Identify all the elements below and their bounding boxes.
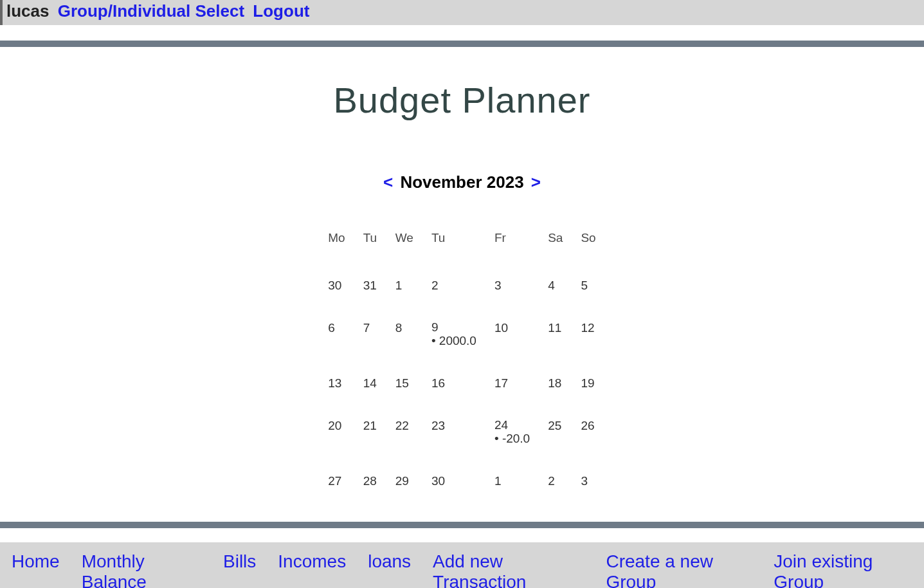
calendar-day[interactable]: 14 [354,362,386,405]
prev-month-arrow[interactable]: < [381,172,395,192]
calendar-day[interactable]: 6 [319,307,354,362]
calendar-day[interactable]: 28 [354,460,386,502]
weekday-header: Tu [422,225,485,264]
calendar-day[interactable]: 7 [354,307,386,362]
top-bar: lucas Group/Individual Select Logout [0,0,924,25]
next-month-arrow[interactable]: > [529,172,543,192]
calendar-day[interactable]: 12 [572,307,604,362]
calendar-day[interactable]: 18 [539,362,572,405]
calendar-day[interactable]: 92000.0 [422,307,485,362]
nav-home[interactable]: Home [12,551,60,572]
calendar-day[interactable]: 5 [572,264,604,307]
calendar-day[interactable]: 10 [485,307,539,362]
weekday-header: Tu [354,225,386,264]
day-number: 24 [494,419,530,432]
calendar-day[interactable]: 4 [539,264,572,307]
nav-loans[interactable]: loans [368,551,411,572]
calendar-day[interactable]: 23 [422,405,485,460]
month-label: November 2023 [400,172,523,192]
nav-add-transaction[interactable]: Add new Transaction [433,551,584,588]
calendar-day[interactable]: 3 [572,460,604,502]
calendar-day[interactable]: 15 [386,362,422,405]
weekday-header: So [572,225,604,264]
weekday-header: Sa [539,225,572,264]
username-label: lucas [6,1,50,21]
calendar-day[interactable]: 30 [319,264,354,307]
calendar-grid: Mo Tu We Tu Fr Sa So 30311234567892000.0… [319,225,604,502]
day-amount: -20.0 [494,432,530,445]
divider-top [0,41,924,47]
nav-create-group[interactable]: Create a new Group [606,551,752,588]
calendar-day[interactable]: 3 [485,264,539,307]
calendar-day[interactable]: 1 [386,264,422,307]
group-select-link[interactable]: Group/Individual Select [58,1,244,21]
page-title: Budget Planner [0,79,924,121]
calendar-day[interactable]: 27 [319,460,354,502]
weekday-header: Fr [485,225,539,264]
calendar-day[interactable]: 19 [572,362,604,405]
day-number: 9 [431,321,476,335]
calendar-day[interactable]: 2 [539,460,572,502]
calendar-day[interactable]: 13 [319,362,354,405]
calendar-day[interactable]: 29 [386,460,422,502]
logout-link[interactable]: Logout [253,1,309,21]
calendar-day[interactable]: 30 [422,460,485,502]
nav-join-group[interactable]: Join existing Group [774,551,912,588]
calendar-day[interactable]: 1 [485,460,539,502]
calendar-day[interactable]: 24-20.0 [485,405,539,460]
nav-bills[interactable]: Bills [223,551,256,572]
calendar-day[interactable]: 2 [422,264,485,307]
weekday-header: Mo [319,225,354,264]
footer-nav: Home Monthly Balance Bills Incomes loans… [0,542,924,588]
calendar-day[interactable]: 17 [485,362,539,405]
day-amount: 2000.0 [431,334,476,347]
nav-monthly-balance[interactable]: Monthly Balance [82,551,201,588]
month-navigation: < November 2023 > [0,172,924,192]
calendar-day[interactable]: 11 [539,307,572,362]
calendar-day[interactable]: 25 [539,405,572,460]
calendar-day[interactable]: 20 [319,405,354,460]
nav-incomes[interactable]: Incomes [278,551,346,572]
divider-bottom [0,522,924,528]
calendar-day[interactable]: 16 [422,362,485,405]
calendar-day[interactable]: 21 [354,405,386,460]
calendar-day[interactable]: 8 [386,307,422,362]
calendar-day[interactable]: 22 [386,405,422,460]
calendar-day[interactable]: 26 [572,405,604,460]
calendar-day[interactable]: 31 [354,264,386,307]
weekday-header: We [386,225,422,264]
